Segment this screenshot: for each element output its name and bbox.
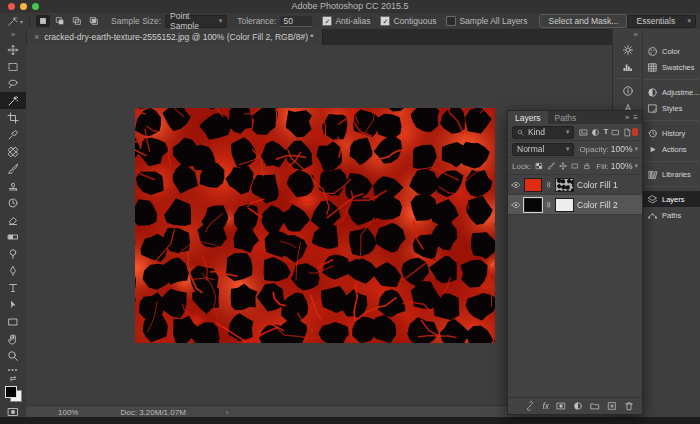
collapsed-panel-sun[interactable] <box>613 41 642 58</box>
layer-name[interactable]: Color Fill 1 <box>577 180 618 190</box>
lock-checker-icon[interactable] <box>535 162 543 170</box>
tool-brush[interactable] <box>0 160 26 177</box>
intersect-selection-button[interactable] <box>87 15 101 27</box>
filter-shape-icon[interactable] <box>611 128 620 137</box>
collapsed-panel-info[interactable] <box>613 82 642 99</box>
document-size: Doc: 3.20M/1.07M <box>120 408 185 417</box>
panel-menu-icon[interactable]: ≡ <box>633 113 638 122</box>
tab-layers[interactable]: Layers <box>508 111 548 124</box>
collapse-panel-icon[interactable]: » <box>625 113 629 122</box>
visibility-eye-icon[interactable] <box>511 180 521 190</box>
checkbox-icon: ✓ <box>380 16 390 26</box>
expand-panels-icon[interactable]: « <box>634 29 638 41</box>
filter-file-icon[interactable] <box>623 128 632 137</box>
filter-kind-dropdown[interactable]: Kind ▾ <box>512 126 574 139</box>
panel-dock-list: ColorSwatchesAdjustme...StylesHistoryAct… <box>642 43 700 223</box>
fill-value[interactable]: 100% <box>611 161 633 171</box>
edit-toolbar-icon[interactable]: ••• <box>8 366 18 373</box>
dock-item-paths[interactable]: Paths <box>642 207 700 223</box>
dock-item-actions[interactable]: Actions <box>642 141 700 157</box>
dock-item-history[interactable]: History <box>642 125 700 141</box>
tool-healing[interactable] <box>0 143 26 160</box>
new-selection-button[interactable] <box>36 15 50 27</box>
folder-icon[interactable] <box>590 401 600 411</box>
tool-gradient[interactable] <box>0 228 26 245</box>
sample-size-dropdown[interactable]: Point Sample▾ <box>165 15 227 28</box>
dock-item-libraries[interactable]: Libraries <box>642 166 700 182</box>
search-icon <box>517 129 524 136</box>
select-and-mask-button[interactable]: Select and Mask... <box>539 14 627 28</box>
document-image[interactable] <box>135 108 495 343</box>
tolerance-label: Tolerance: <box>237 16 276 26</box>
tool-lasso[interactable] <box>0 75 26 92</box>
tool-path-select[interactable] <box>0 296 26 313</box>
link-icon[interactable] <box>525 401 535 411</box>
tool-zoom[interactable] <box>0 347 26 364</box>
lock-label: Lock: <box>512 162 531 171</box>
tab-paths[interactable]: Paths <box>548 111 584 124</box>
tool-dodge[interactable] <box>0 245 26 262</box>
close-tab-icon[interactable]: × <box>34 32 39 42</box>
lock-lock-icon[interactable] <box>583 162 591 170</box>
layer-color-thumbnail[interactable] <box>524 198 542 212</box>
subtract-selection-button[interactable] <box>70 15 84 27</box>
dock-item-adjustme-[interactable]: Adjustme... <box>642 84 700 100</box>
visibility-eye-icon[interactable] <box>511 200 521 210</box>
layer-row-color-fill-1[interactable]: Color Fill 1 <box>508 175 642 195</box>
filter-toggle-icon[interactable] <box>632 128 638 136</box>
layer-row-color-fill-2[interactable]: Color Fill 2 <box>508 195 642 215</box>
zoom-level[interactable]: 100% <box>58 408 78 417</box>
opacity-value[interactable]: 100% <box>611 144 633 154</box>
half-icon[interactable] <box>573 401 583 411</box>
tool-clone-stamp[interactable] <box>0 177 26 194</box>
tool-shape[interactable] <box>0 313 26 330</box>
anti-alias-checkbox[interactable]: ✓ Anti-alias <box>322 16 370 26</box>
lock-move-icon[interactable] <box>559 162 567 170</box>
mask-icon[interactable] <box>556 401 566 411</box>
trash-icon[interactable] <box>624 401 634 411</box>
tolerance-input[interactable]: 50 <box>280 16 312 27</box>
layer-name[interactable]: Color Fill 2 <box>577 200 618 210</box>
filter-image-icon[interactable] <box>579 128 588 137</box>
layer-fx-icon[interactable]: fx <box>542 401 549 411</box>
tool-history-brush[interactable] <box>0 194 26 211</box>
sample-all-layers-checkbox[interactable]: Sample All Layers <box>446 16 527 26</box>
tool-crop[interactable] <box>0 109 26 126</box>
swap-colors-icon[interactable]: ⇄ <box>10 375 17 383</box>
layers-icon <box>647 194 658 205</box>
layer-mask-thumbnail[interactable] <box>555 198 574 212</box>
lock-shape-icon[interactable] <box>571 162 579 170</box>
tool-preset-picker[interactable]: ▾ <box>7 16 30 27</box>
checkbox-icon: ✓ <box>322 16 332 26</box>
collapse-tools-icon[interactable]: » <box>11 29 15 41</box>
tool-type[interactable] <box>0 279 26 296</box>
foreground-color-swatch[interactable] <box>5 386 17 398</box>
dock-item-swatches[interactable]: Swatches <box>642 59 700 75</box>
contiguous-checkbox[interactable]: ✓ Contiguous <box>380 16 436 26</box>
blend-mode-dropdown[interactable]: Normal ▾ <box>512 143 574 156</box>
lock-row: Lock: Fill: 100% ▾ <box>508 158 642 175</box>
layer-color-thumbnail[interactable] <box>524 178 542 192</box>
document-tab-bar: × cracked-dry-earth-texture-2555152.jpg … <box>0 29 700 46</box>
filter-type-icon[interactable]: T <box>603 128 608 136</box>
workspace-dropdown[interactable]: Essentials▾ <box>627 15 696 28</box>
add-selection-button[interactable] <box>53 15 67 27</box>
layer-mask-thumbnail[interactable] <box>555 178 574 192</box>
filter-half-icon[interactable] <box>591 128 600 137</box>
dock-item-styles[interactable]: Styles <box>642 100 700 116</box>
mask-link-icon <box>545 181 552 188</box>
tool-move[interactable] <box>0 41 26 58</box>
tool-magic-wand[interactable] <box>0 92 26 109</box>
tool-eyedropper[interactable] <box>0 126 26 143</box>
lock-brush-icon[interactable] <box>547 162 555 170</box>
document-tab[interactable]: × cracked-dry-earth-texture-2555152.jpg … <box>26 29 323 45</box>
dock-item-color[interactable]: Color <box>642 43 700 59</box>
tool-marquee[interactable] <box>0 58 26 75</box>
tool-pen[interactable] <box>0 262 26 279</box>
tool-hand[interactable] <box>0 330 26 347</box>
tool-eraser[interactable] <box>0 211 26 228</box>
status-options-icon[interactable]: › <box>226 408 229 417</box>
collapsed-panel-histogram[interactable] <box>613 58 642 75</box>
dock-item-layers[interactable]: Layers <box>642 191 700 207</box>
newlayer-icon[interactable] <box>607 401 617 411</box>
